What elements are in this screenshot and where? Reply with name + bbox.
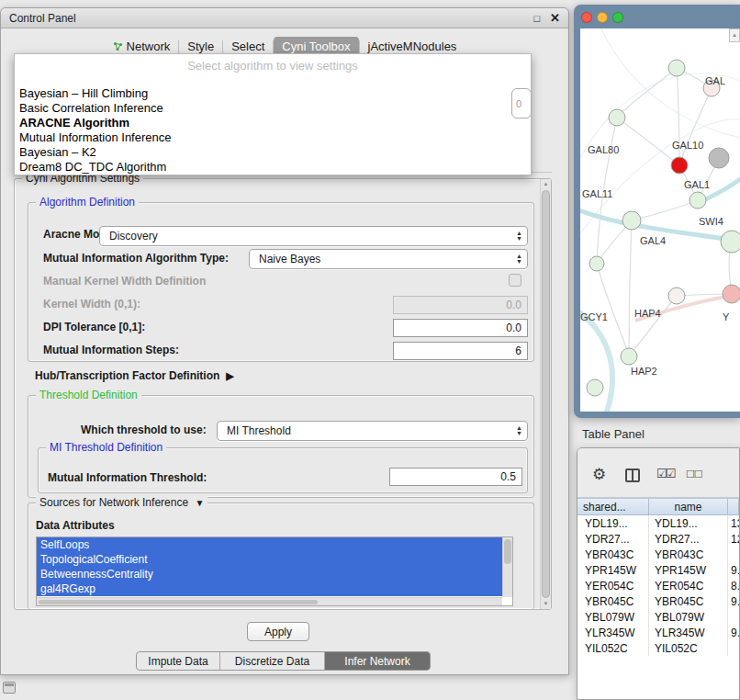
data-attributes-label: Data Attributes <box>36 519 115 532</box>
dpi-tolerance-label: DPI Tolerance [0,1]: <box>43 321 145 333</box>
network-node[interactable] <box>668 288 685 304</box>
algorithm-option[interactable]: Basic Correlation Inference <box>15 101 531 116</box>
table-cell: YIL052C <box>577 640 649 656</box>
network-node-gray[interactable] <box>709 148 729 168</box>
table-row[interactable]: YDL19... YDL19... 13 <box>577 515 739 531</box>
tab-label: Cyni Toolbox <box>282 40 350 53</box>
table-cell: YDL19... <box>577 515 649 531</box>
gear-icon[interactable]: ⚙ <box>592 465 606 484</box>
tab-infer-network[interactable]: Infer Network <box>325 652 430 670</box>
column-header-shared-name[interactable]: shared... <box>577 499 649 514</box>
network-node[interactable] <box>621 348 637 365</box>
node-label: Y <box>723 311 730 322</box>
kernel-width-field[interactable]: 0.0 <box>393 296 528 314</box>
network-view-window: ▲ <box>574 5 740 418</box>
scroll-up-icon[interactable]: ▲ <box>541 179 551 189</box>
scrollbar-thumb[interactable] <box>504 539 511 564</box>
zoom-traffic-light[interactable] <box>612 12 623 23</box>
mi-type-combobox[interactable]: Naive Bayes ▲ ▼ <box>249 249 528 269</box>
float-panel-icon-bar <box>5 683 14 686</box>
table-row[interactable]: YBL079W YBL079W <box>577 609 739 625</box>
field-value: 0.0 <box>506 299 521 311</box>
network-edge <box>629 220 632 356</box>
table-panel-window: ⚙ ☑☑ ☐☐ shared... name YDL19... YDL19...… <box>577 447 740 700</box>
table-row[interactable]: YLR345W YLR345W 9. <box>577 625 739 640</box>
network-node[interactable] <box>690 192 706 209</box>
which-threshold-combobox[interactable]: MI Threshold ▲ ▼ <box>217 421 528 441</box>
hub-section-label: Hub/Transcription Factor Definition <box>35 369 219 382</box>
dpi-tolerance-field[interactable]: 0.0 <box>393 319 528 337</box>
tab-impute-data[interactable]: Impute Data <box>137 652 220 670</box>
manual-kernel-label: Manual Kernel Width Definition <box>43 275 206 288</box>
close-traffic-light[interactable] <box>581 12 592 23</box>
table-cell: YBR045C <box>577 593 649 609</box>
float-icon[interactable]: □ <box>533 13 540 24</box>
network-node[interactable] <box>622 211 641 230</box>
network-node[interactable] <box>668 60 685 76</box>
network-node[interactable] <box>721 231 740 253</box>
node-label: HAP2 <box>631 366 657 377</box>
combo-arrows-icon: ▲ ▼ <box>516 254 522 265</box>
scrollbar-thumb[interactable] <box>39 600 318 604</box>
network-node[interactable] <box>609 109 625 126</box>
collapsed-arrow-icon: ▶ <box>226 370 233 382</box>
column-header-name[interactable]: name <box>649 499 728 514</box>
algorithm-option[interactable]: Dream8 DC_TDC Algorithm <box>15 160 531 175</box>
algorithm-option-selected[interactable]: ARACNE Algorithm <box>15 116 531 130</box>
table-row[interactable]: YPR145W YPR145W 9. <box>577 562 739 578</box>
attribute-item-selected[interactable]: BetweennessCentrality <box>37 567 502 581</box>
manual-kernel-checkbox[interactable] <box>509 274 521 287</box>
network-node-pink[interactable] <box>723 285 740 303</box>
list-vertical-scrollbar[interactable] <box>502 537 512 597</box>
scrollbar-thumb[interactable] <box>542 190 550 598</box>
close-icon[interactable]: ✕ <box>550 11 560 25</box>
deselect-all-icon[interactable]: ☐☐ <box>686 469 702 480</box>
tab-discretize-data[interactable]: Discretize Data <box>220 652 325 670</box>
network-node[interactable] <box>587 379 603 396</box>
table-row[interactable]: YBR043C YBR043C <box>577 547 739 562</box>
algorithm-option[interactable]: Bayesian – K2 <box>15 145 531 160</box>
table-row[interactable]: YER054C YER054C 8. <box>577 578 739 593</box>
column-header-clipped[interactable] <box>728 499 739 514</box>
table-cell: 9. <box>728 595 739 608</box>
field-value: 0.0 <box>506 322 521 334</box>
network-canvas[interactable]: ▲ <box>580 28 740 412</box>
columns-icon[interactable] <box>625 469 640 482</box>
settings-scrollbar[interactable]: ▲ ▼ <box>540 179 551 609</box>
tab-label: Style <box>187 40 214 53</box>
list-horizontal-scrollbar[interactable] <box>37 597 502 605</box>
select-all-icon[interactable]: ☑☑ <box>656 467 674 480</box>
float-panel-icon[interactable] <box>3 682 16 694</box>
hub-transcription-section-toggle[interactable]: Hub/Transcription Factor Definition ▶ <box>35 369 234 382</box>
attribute-item-selected[interactable]: gal4RGexp <box>37 581 502 596</box>
scroll-down-icon[interactable]: ▼ <box>541 599 551 609</box>
table-cell: YLR345W <box>649 625 728 640</box>
network-node[interactable] <box>589 256 604 271</box>
table-body: YDL19... YDL19... 13 YDR27... YDR27... 1… <box>577 515 739 656</box>
mi-steps-field[interactable]: 6 <box>393 342 528 360</box>
group-title-row[interactable]: Sources for Network Inference ▼ <box>36 496 207 510</box>
which-threshold-label: Which threshold to use: <box>81 423 207 436</box>
table-row[interactable]: YIL052C YIL052C <box>577 640 739 656</box>
desktop: Control Panel □ ✕ Network Style <box>0 0 740 700</box>
table-cell: YBL079W <box>649 609 728 625</box>
mi-threshold-field[interactable]: 0.5 <box>389 468 522 486</box>
network-node-red[interactable] <box>671 157 688 174</box>
network-edge <box>677 68 679 165</box>
control-panel-titlebar[interactable]: Control Panel □ ✕ <box>1 8 568 28</box>
algorithm-option[interactable]: Mutual Information Inference <box>15 130 531 145</box>
table-row[interactable]: YDR27... YDR27... 12 <box>577 531 739 547</box>
table-cell: YLR345W <box>577 625 649 640</box>
combo-arrows-icon: ▲ ▼ <box>516 425 522 436</box>
algorithm-list: Bayesian – Hill Climbing Basic Correlati… <box>15 86 531 175</box>
apply-button[interactable]: Apply <box>247 622 309 641</box>
attribute-item-selected[interactable]: TopologicalCoefficient <box>37 552 502 567</box>
algorithm-option[interactable]: Bayesian – Hill Climbing <box>15 86 531 101</box>
minimize-traffic-light[interactable] <box>597 12 608 23</box>
expanded-arrow-icon: ▼ <box>195 498 204 508</box>
network-edge <box>617 118 679 165</box>
canvas-scrollbar-stub[interactable]: ▲ <box>729 28 740 42</box>
aracne-mode-combobox[interactable]: Discovery ▲ ▼ <box>99 226 528 246</box>
attribute-item-selected[interactable]: SelfLoops <box>37 537 502 552</box>
table-row[interactable]: YBR045C YBR045C 9. <box>577 593 739 609</box>
